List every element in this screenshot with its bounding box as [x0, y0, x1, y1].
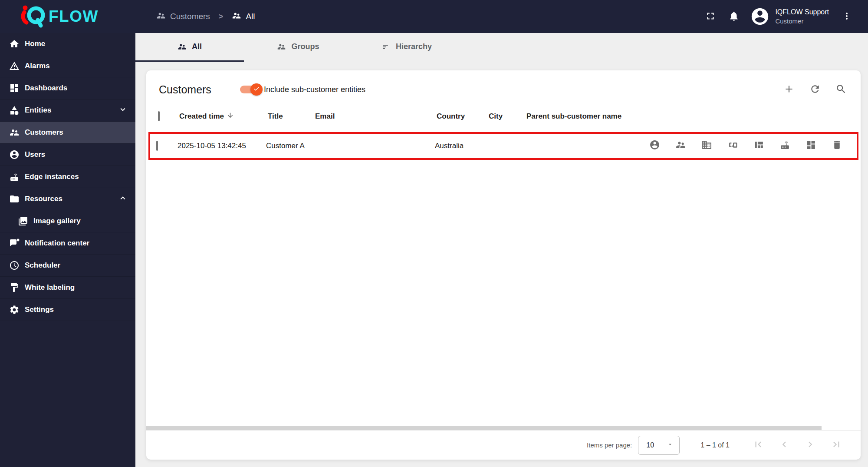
notification-message-icon — [9, 238, 20, 249]
customers-card: Customers Include sub-customer entities — [146, 70, 861, 460]
table-header-row: Created time Title Email Country City Pa… — [146, 103, 861, 130]
people-icon — [277, 42, 286, 51]
user-block[interactable]: IQFLOW Support Customer — [775, 7, 829, 26]
sidebar-item-resources[interactable]: Resources — [0, 188, 135, 210]
row-checkbox[interactable] — [156, 141, 158, 151]
sidebar-item-scheduler[interactable]: Scheduler — [0, 255, 135, 277]
topbar-actions: IQFLOW Support Customer — [699, 5, 868, 28]
manage-users-button[interactable] — [641, 139, 667, 152]
sidebar-item-home[interactable]: Home — [0, 33, 135, 55]
edge-router-icon — [9, 171, 20, 182]
iqflow-logo[interactable]: FLOW — [0, 3, 135, 30]
top-bar: FLOW Customers > All — [0, 0, 868, 33]
sidebar-item-users[interactable]: Users — [0, 144, 135, 166]
sidebar-item-edge-instances[interactable]: Edge instances — [0, 166, 135, 188]
sidebar-item-alarms[interactable]: Alarms — [0, 55, 135, 77]
sort-lines-icon — [381, 42, 391, 51]
manage-dashboards-button[interactable] — [746, 139, 772, 152]
column-header-country[interactable]: Country — [437, 112, 489, 121]
building-icon — [701, 139, 712, 152]
search-icon — [835, 83, 847, 96]
column-header-email[interactable]: Email — [315, 112, 437, 121]
column-header-parent-sub-customer[interactable]: Parent sub-customer name — [526, 112, 644, 121]
avatar[interactable] — [750, 7, 770, 26]
breadcrumb-all[interactable]: All — [232, 11, 255, 23]
paint-roller-icon — [9, 282, 20, 293]
people-icon — [675, 139, 686, 152]
check-icon — [253, 85, 260, 94]
table-empty-area — [146, 160, 861, 426]
dropdown-caret-icon — [667, 441, 673, 449]
fullscreen-button[interactable] — [699, 5, 722, 28]
card-header: Customers Include sub-customer entities — [146, 70, 861, 103]
sidebar-item-settings[interactable]: Settings — [0, 299, 135, 321]
manage-assets-button[interactable] — [694, 139, 720, 152]
delete-button[interactable] — [824, 139, 850, 152]
row-actions — [641, 139, 850, 152]
sidebar-item-image-gallery[interactable]: Image gallery — [0, 210, 135, 232]
sidebar-item-dashboards[interactable]: Dashboards — [0, 77, 135, 99]
fullscreen-icon — [705, 10, 716, 23]
sidebar-item-customers[interactable]: Customers — [0, 122, 135, 144]
manage-edge-instances-button[interactable] — [772, 139, 798, 152]
breadcrumb-customers[interactable]: Customers — [156, 11, 210, 23]
items-per-page-label: Items per page: — [587, 441, 632, 449]
breadcrumb: Customers > All — [156, 11, 255, 23]
column-header-city[interactable]: City — [489, 112, 526, 121]
pagination-controls — [752, 439, 842, 451]
notifications-button[interactable] — [722, 5, 746, 28]
manage-dashboard-groups-button[interactable] — [798, 139, 824, 152]
tab-all[interactable]: All — [135, 33, 244, 62]
manage-customers-button[interactable] — [667, 139, 694, 152]
add-customer-button[interactable] — [780, 80, 798, 99]
table-row[interactable]: 2025-10-05 13:42:45 Customer A Australia — [148, 132, 858, 160]
first-page-icon — [753, 439, 764, 451]
chevron-up-icon — [118, 193, 128, 205]
include-sub-customers-toggle[interactable]: Include sub-customer entities — [240, 85, 365, 94]
alarm-warning-icon — [9, 60, 20, 72]
tab-hierarchy[interactable]: Hierarchy — [352, 33, 461, 62]
user-circle-icon — [9, 149, 20, 160]
column-header-created-time[interactable]: Created time — [179, 112, 268, 121]
refresh-button[interactable] — [806, 80, 824, 99]
people-icon — [156, 11, 166, 23]
image-gallery-icon — [17, 215, 29, 227]
first-page-button[interactable] — [752, 439, 764, 451]
dashboard-layout-icon — [753, 139, 764, 152]
cell-title: Customer A — [266, 142, 305, 150]
breadcrumb-separator: > — [215, 12, 227, 21]
iqflow-logo-icon — [21, 3, 48, 30]
column-header-title[interactable]: Title — [268, 112, 315, 121]
people-icon — [232, 11, 241, 23]
dashboard-icon — [806, 139, 816, 152]
next-page-button[interactable] — [804, 439, 816, 451]
iqflow-logo-text: FLOW — [49, 7, 99, 26]
sidebar-item-white-labeling[interactable]: White labeling — [0, 277, 135, 299]
bell-icon — [728, 10, 740, 23]
user-name: IQFLOW Support — [775, 7, 829, 17]
chevron-right-icon — [805, 439, 816, 451]
last-page-button[interactable] — [830, 439, 842, 451]
select-all-checkbox[interactable] — [158, 111, 160, 121]
tab-bar: All Groups Hierarchy — [135, 33, 868, 62]
sidebar: Home Alarms Dashboards Entities Customer… — [0, 33, 135, 467]
manage-devices-button[interactable] — [720, 139, 746, 152]
tab-groups[interactable]: Groups — [244, 33, 352, 62]
page-range-label: 1 – 1 of 1 — [700, 441, 730, 449]
breadcrumb-label: All — [246, 12, 255, 21]
more-menu-button[interactable] — [835, 5, 858, 28]
plus-icon — [783, 83, 795, 96]
toggle-switch[interactable] — [240, 85, 260, 94]
gear-icon — [9, 304, 20, 315]
clock-icon — [9, 260, 20, 271]
page-size-select[interactable]: 10 — [638, 436, 680, 455]
previous-page-button[interactable] — [778, 439, 790, 451]
cell-created-time: 2025-10-05 13:42:45 — [178, 142, 266, 150]
search-button[interactable] — [832, 80, 850, 99]
sidebar-item-notification-center[interactable]: Notification center — [0, 232, 135, 255]
sort-arrow-down-icon — [227, 112, 234, 121]
refresh-icon — [809, 83, 821, 96]
cell-country: Australia — [435, 142, 487, 150]
horizontal-scrollbar[interactable] — [146, 426, 822, 430]
sidebar-item-entities[interactable]: Entities — [0, 99, 135, 122]
